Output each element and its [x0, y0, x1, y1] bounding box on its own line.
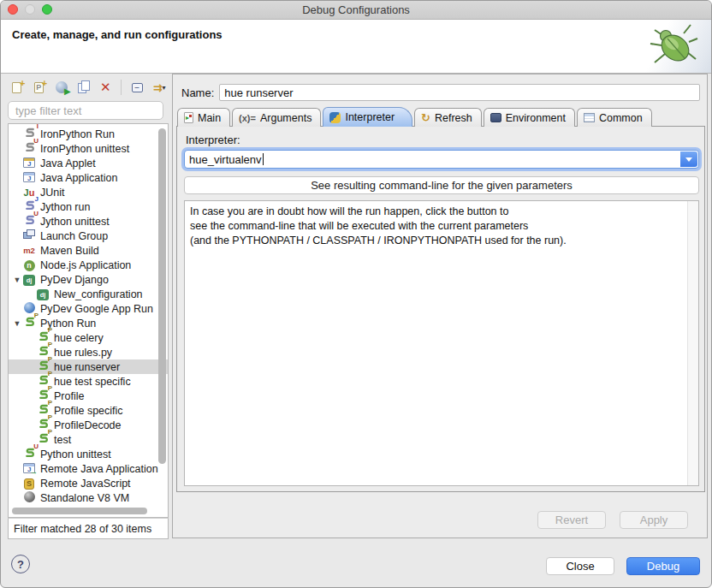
- tree-item[interactable]: Launch Group: [9, 229, 168, 243]
- close-button[interactable]: Close: [546, 557, 614, 575]
- filter-status-text: Filter matched 28 of 30 items: [14, 523, 151, 535]
- pydev-django-icon: dj: [22, 273, 39, 287]
- tree-item-label: ProfileDecode: [53, 419, 122, 431]
- interpreter-tab-content: Interpreter: hue_virtualenv See resultin…: [176, 126, 705, 492]
- see-command-line-button[interactable]: See resulting command-line for the given…: [184, 176, 699, 194]
- revert-label: Revert: [555, 514, 588, 526]
- tree-item[interactable]: m2Maven Build: [9, 243, 168, 258]
- tree-item-label: JUnit: [39, 187, 64, 199]
- tree-item-label: Java Application: [39, 172, 117, 184]
- tree-item[interactable]: J→Remote Java Application: [9, 461, 168, 476]
- tree-item[interactable]: IIronPython Run: [9, 127, 168, 141]
- tree-item[interactable]: JJython run: [9, 199, 168, 214]
- apply-button[interactable]: Apply: [620, 511, 688, 529]
- tab-environment[interactable]: Environment: [484, 108, 575, 127]
- tree-vertical-scrollbar[interactable]: [158, 128, 166, 464]
- tree-item-label: Jython run: [39, 201, 90, 213]
- tree-item[interactable]: JJava Application: [9, 170, 168, 185]
- filter-input[interactable]: type filter text: [8, 101, 163, 120]
- delete-configuration-icon[interactable]: ✕: [96, 78, 115, 97]
- tab-refresh[interactable]: ↻Refresh: [414, 108, 482, 127]
- duplicate-configuration-icon[interactable]: [74, 78, 93, 97]
- tree-item[interactable]: PyDev Google App Run: [9, 301, 168, 316]
- text-cursor: [263, 153, 264, 165]
- interpreter-value: hue_virtualenv: [185, 153, 262, 166]
- command-line-info-area[interactable]: In case you are in doubt how will the ru…: [184, 200, 699, 486]
- info-scrollbar-track[interactable]: [687, 201, 698, 485]
- tab-label: Arguments: [260, 112, 312, 124]
- jython-unittest-icon: U: [22, 214, 39, 229]
- tree-item-label: Remote Java Application: [39, 463, 158, 475]
- launch-group-icon: [22, 229, 39, 243]
- environment-icon: [490, 113, 501, 122]
- ironpython-unittest-icon: U: [22, 141, 39, 156]
- tree-horizontal-scrollbar[interactable]: [12, 508, 147, 514]
- tree-item[interactable]: JJava Applet: [9, 156, 168, 170]
- tree-item[interactable]: SRemote JavaScript: [9, 476, 168, 490]
- tree-item-label: Launch Group: [39, 230, 108, 242]
- debug-button[interactable]: Debug: [626, 557, 700, 575]
- collapse-all-icon[interactable]: −: [128, 78, 146, 97]
- tree-item-label: Jython unittest: [39, 216, 110, 228]
- tree-item[interactable]: JuJUnit: [9, 185, 168, 199]
- standalone-v8-vm-icon: [22, 490, 39, 505]
- interpreter-combo[interactable]: hue_virtualenv: [184, 150, 699, 169]
- tab-common[interactable]: Common: [577, 108, 652, 127]
- tree-item-label: IronPython unittest: [39, 143, 129, 155]
- arguments-tab-icon: (x)=: [239, 113, 256, 123]
- remote-java-application-icon: J→: [22, 462, 39, 476]
- expand-triangle-icon[interactable]: ▼: [12, 276, 22, 284]
- tree-item[interactable]: djNew_configuration: [9, 287, 168, 301]
- tree-item[interactable]: PProfile: [9, 389, 168, 403]
- expand-triangle-icon[interactable]: ▼: [12, 319, 22, 328]
- interpreter-label: Interpreter:: [186, 134, 240, 146]
- java-applet-icon: J: [22, 157, 39, 170]
- tree-item-label: Remote JavaScript: [39, 478, 131, 490]
- tree-item-label: Python unittest: [39, 448, 111, 460]
- new-prototype-icon[interactable]: P+: [30, 78, 49, 97]
- tab-interpreter[interactable]: Interpreter: [323, 107, 412, 127]
- command-line-info-text: In case you are in doubt how will the ru…: [190, 205, 683, 248]
- tree-item[interactable]: ▼djPyDev Django: [9, 272, 168, 287]
- revert-button[interactable]: Revert: [537, 511, 606, 529]
- dialog-header: Create, manage, and run configurations: [1, 20, 711, 74]
- tree-item[interactable]: Phue rules.py: [9, 345, 168, 359]
- python-run-icon: P: [22, 316, 39, 330]
- help-button[interactable]: ?: [11, 555, 30, 573]
- close-window-icon[interactable]: [8, 4, 18, 15]
- tree-item-label: Java Applet: [39, 157, 96, 169]
- tree-item[interactable]: UJython unittest: [9, 214, 168, 229]
- tree-item[interactable]: Standalone V8 VM: [9, 490, 168, 505]
- name-input[interactable]: hue runserver: [219, 84, 700, 101]
- new-configuration-icon[interactable]: +: [8, 78, 27, 97]
- tree-item-label: Profile specific: [53, 405, 123, 417]
- combo-dropdown-icon[interactable]: [680, 151, 697, 167]
- tab-main[interactable]: Main: [177, 108, 230, 127]
- tree-item[interactable]: Ptest: [9, 432, 168, 447]
- tree-item[interactable]: Phue runserver: [9, 359, 168, 374]
- tree-item-label: PyDev Google App Run: [39, 303, 153, 315]
- remote-javascript-icon: S: [22, 477, 39, 490]
- nodejs-application-icon: n: [22, 258, 39, 271]
- window-title: Debug Configurations: [302, 3, 410, 16]
- zoom-window-icon[interactable]: [42, 4, 52, 15]
- tree-item[interactable]: UIronPython unittest: [9, 141, 168, 156]
- tree-item-label: hue runserver: [53, 361, 120, 373]
- configurations-tree[interactable]: IIronPython RunUIronPython unittestJJava…: [8, 123, 169, 518]
- main-tab-icon: [184, 112, 193, 123]
- tree-item[interactable]: nNode.js Application: [9, 258, 168, 272]
- tree-item[interactable]: Phue test specific: [9, 374, 168, 389]
- traffic-lights: [8, 4, 52, 15]
- configurations-toolbar: + P+ ▶ ✕ − ⇉▾: [8, 76, 169, 98]
- filter-configurations-icon[interactable]: ⇉▾: [150, 78, 169, 97]
- tab-label: Interpreter: [345, 111, 395, 123]
- export-configurations-icon[interactable]: ▶: [52, 78, 71, 97]
- tree-item[interactable]: PProfileDecode: [9, 418, 168, 432]
- tab-arguments[interactable]: (x)=Arguments: [232, 108, 321, 127]
- tree-item[interactable]: ▼PPython Run: [9, 316, 168, 330]
- apply-label: Apply: [640, 514, 668, 526]
- tree-item[interactable]: PProfile specific: [9, 403, 168, 418]
- python-configuration-icon: P: [36, 432, 53, 447]
- tree-item[interactable]: Phue celery: [9, 330, 168, 345]
- tree-item[interactable]: UPython unittest: [9, 447, 168, 461]
